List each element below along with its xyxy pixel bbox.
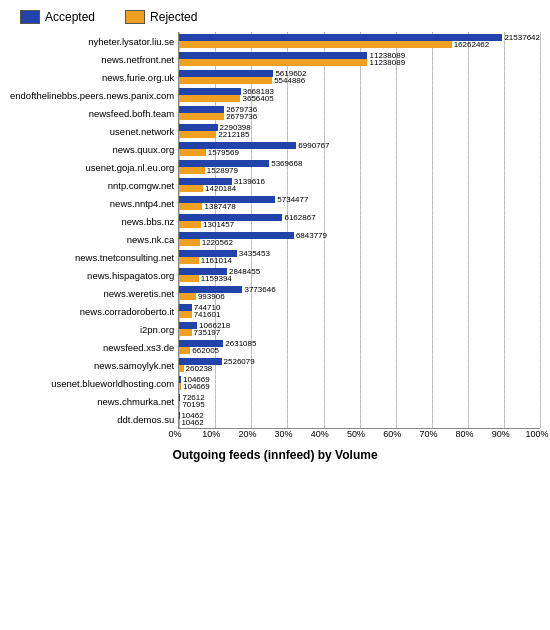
- y-label: endofthelinebbs.peers.news.panix.com: [10, 86, 178, 104]
- accepted-bar: [179, 52, 367, 59]
- rejected-value: 3656405: [242, 95, 273, 103]
- y-label: news.samoylyk.net: [94, 356, 178, 374]
- bar-row: 22903982212185: [179, 122, 540, 140]
- legend-rejected: Rejected: [125, 10, 197, 24]
- rejected-bar: [179, 149, 205, 156]
- legend: Accepted Rejected: [10, 10, 540, 24]
- accepted-bar: [179, 178, 232, 185]
- bar-row: 28484551159394: [179, 266, 540, 284]
- legend-accepted: Accepted: [20, 10, 95, 24]
- x-tick-label: 20%: [238, 429, 256, 439]
- accepted-bar: [179, 232, 294, 239]
- y-label: ddt.demos.su: [117, 410, 178, 428]
- y-label: nntp.comgw.net: [108, 176, 179, 194]
- chart-container: Accepted Rejected nyheter.lysator.liu.se…: [0, 0, 550, 630]
- rejected-bar: [179, 239, 199, 246]
- bar-row: 3773646993906: [179, 284, 540, 302]
- grid-line: [540, 32, 541, 428]
- accepted-bar: [179, 196, 275, 203]
- accepted-bar: [179, 394, 180, 401]
- y-label: usenet.goja.nl.eu.org: [86, 158, 179, 176]
- bar-row: 2631085662005: [179, 338, 540, 356]
- y-label: usenet.blueworldhosting.com: [51, 374, 178, 392]
- rejected-value: 993906: [198, 293, 225, 301]
- rejected-bar: [179, 347, 190, 354]
- accepted-bar: [179, 142, 296, 149]
- rejected-value: 260238: [186, 365, 213, 373]
- accepted-bar: [179, 286, 242, 293]
- bar-row: 26797362679736: [179, 104, 540, 122]
- x-tick-label: 0%: [168, 429, 181, 439]
- rejected-bar: [179, 329, 191, 336]
- rejected-value: 1220562: [202, 239, 233, 247]
- bar-row: 68437791220562: [179, 230, 540, 248]
- bars-area: 2153764216262462112380891123808956196025…: [178, 32, 540, 429]
- rejected-value: 104669: [183, 383, 210, 391]
- x-tick-label: 100%: [525, 429, 548, 439]
- y-label: news.hispagatos.org: [87, 266, 178, 284]
- accepted-bar: [179, 160, 269, 167]
- accepted-bar: [179, 322, 197, 329]
- rejected-value: 5544886: [274, 77, 305, 85]
- bar-row: 744710741601: [179, 302, 540, 320]
- rejected-bar: [179, 41, 451, 48]
- y-label: news.nk.ca: [127, 230, 179, 248]
- x-tick-label: 60%: [383, 429, 401, 439]
- accepted-color-box: [20, 10, 40, 24]
- rejected-value: 11238089: [369, 59, 405, 67]
- rejected-value: 10462: [181, 419, 203, 427]
- rejected-value: 2212185: [218, 131, 249, 139]
- y-label: news.quux.org: [112, 140, 178, 158]
- y-label: news.bbs.nz: [121, 212, 178, 230]
- bar-row: 1123808911238089: [179, 50, 540, 68]
- rejected-bar: [179, 185, 203, 192]
- accepted-bar: [179, 268, 227, 275]
- accepted-bar: [179, 124, 217, 131]
- rejected-value: 1528979: [207, 167, 238, 175]
- accepted-bar: [179, 106, 224, 113]
- chart-title: Outgoing feeds (innfeed) by Volume: [10, 448, 540, 462]
- bar-row: 56196025544886: [179, 68, 540, 86]
- chart-inner: nyheter.lysator.liu.senews.netfront.netn…: [10, 32, 540, 429]
- rejected-value: 70195: [182, 401, 204, 409]
- y-label: news.netfront.net: [101, 50, 178, 68]
- accepted-bar: [179, 70, 273, 77]
- accepted-bar: [179, 376, 181, 383]
- x-tick-label: 10%: [202, 429, 220, 439]
- y-labels: nyheter.lysator.liu.senews.netfront.netn…: [10, 32, 178, 429]
- bar-row: 69907671579569: [179, 140, 540, 158]
- rejected-label: Rejected: [150, 10, 197, 24]
- accepted-label: Accepted: [45, 10, 95, 24]
- y-label: newsfeed.xs3.de: [103, 338, 178, 356]
- rejected-value: 1161014: [201, 257, 232, 265]
- bar-row: 61628671301457: [179, 212, 540, 230]
- x-tick-label: 30%: [275, 429, 293, 439]
- rejected-value: 741601: [194, 311, 221, 319]
- rejected-value: 1159394: [201, 275, 232, 283]
- bar-row: 31396161420184: [179, 176, 540, 194]
- accepted-bar: [179, 250, 237, 257]
- rejected-value: 1387478: [204, 203, 235, 211]
- y-label: i2pn.org: [140, 320, 178, 338]
- rejected-bar: [179, 113, 224, 120]
- rejected-bar: [179, 203, 202, 210]
- y-label: news.furie.org.uk: [102, 68, 178, 86]
- bar-row: 57344771387478: [179, 194, 540, 212]
- y-label: newsfeed.bofh.team: [89, 104, 179, 122]
- rejected-bar: [179, 275, 198, 282]
- rejected-bar: [179, 221, 201, 228]
- rejected-bar: [179, 167, 205, 174]
- rejected-bar: [179, 131, 216, 138]
- rejected-value: 1420184: [205, 185, 236, 193]
- x-tick-label: 50%: [347, 429, 365, 439]
- bar-row: 1046210462: [179, 410, 540, 428]
- x-axis: 0%10%20%30%40%50%60%70%80%90%100%: [175, 429, 540, 443]
- x-tick-label: 90%: [492, 429, 510, 439]
- accepted-bar: [179, 358, 221, 365]
- y-label: news.tnetconsulting.net: [75, 248, 178, 266]
- accepted-bar: [179, 304, 191, 311]
- rejected-value: 16262462: [454, 41, 490, 49]
- bar-row: 34354531161014: [179, 248, 540, 266]
- bar-row: 104669104669: [179, 374, 540, 392]
- rejected-value: 2679736: [226, 113, 257, 121]
